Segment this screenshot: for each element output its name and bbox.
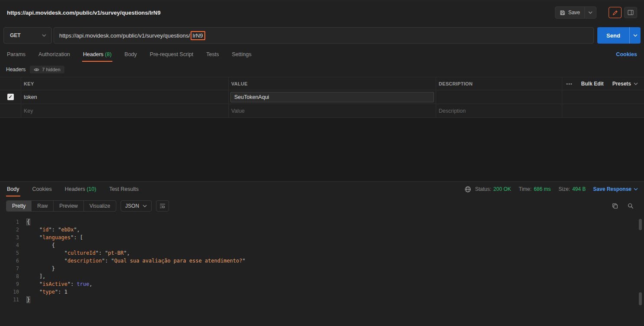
code-line: 9 "isActive": true, [0,280,644,288]
request-tab-pre-request-script[interactable]: Pre-request Script [149,47,194,62]
code-text: { [25,218,30,226]
presets-dropdown[interactable]: Presets [612,81,638,87]
scrollbar-thumb[interactable] [639,292,642,305]
code-text: ], [25,272,45,280]
code-text: "description": "Qual sua avaliação para … [25,257,245,265]
line-number: 1 [0,218,25,226]
view-tab-raw[interactable]: Raw [31,201,53,211]
request-builder: GET https://api.movidesk.com/public/v1/s… [0,24,644,47]
status-label: Status: [475,186,491,192]
tab-label: Headers [83,51,103,57]
description-placeholder[interactable]: Description [436,104,562,117]
chevron-down-icon [634,82,638,85]
save-button-group: Save [555,6,596,19]
response-tab-list: BodyCookiesHeaders (10)Test Results [6,182,151,196]
response-action-icons [612,203,638,209]
tab-label: Body [7,186,19,192]
pencil-icon [612,10,618,16]
response-panel: BodyCookiesHeaders (10)Test Results Stat… [0,181,644,326]
view-tab-preview[interactable]: Preview [53,201,83,211]
method-select[interactable]: GET [3,27,52,44]
size-label: Size: [558,186,570,192]
bulk-edit-button[interactable]: Bulk Edit [581,81,604,87]
line-number: 8 [0,272,25,280]
save-button-label: Save [568,9,580,16]
code-line: 10 "type": 1 [0,288,644,296]
column-header-description: DESCRIPTION [436,77,562,90]
request-tab-body[interactable]: Body [124,47,138,62]
format-select[interactable]: JSON [121,200,152,212]
request-tab-authorization[interactable]: Authorization [38,47,71,62]
scrollbar-thumb[interactable] [639,219,642,230]
tab-label: Params [7,51,26,57]
code-line: 4 { [0,241,644,249]
line-number: 2 [0,226,25,234]
copy-icon[interactable] [612,203,618,209]
response-tab-test-results[interactable]: Test Results [108,182,140,196]
view-tab-visualize[interactable]: Visualize [83,201,116,211]
row-checkbox[interactable]: ✓ [7,94,14,100]
line-number: 11 [0,296,25,304]
view-tab-pretty[interactable]: Pretty [6,201,31,211]
code-line: 2 "id": "ebDx", [0,226,644,234]
time-value: 686 ms [534,186,551,192]
code-text: } [25,296,30,304]
status-value: 200 OK [494,186,511,192]
eye-icon [34,68,39,72]
code-text: "cultureId": "pt-BR", [25,249,130,257]
edit-documentation-button[interactable] [609,7,622,18]
line-number: 10 [0,288,25,296]
response-status-bar: Status: 200 OK Time: 686 ms Size: 494 B … [465,186,644,193]
description-cell[interactable] [436,90,562,104]
comments-panel-icon[interactable] [624,7,637,18]
save-response-label: Save Response [593,186,631,192]
url-text: https://api.movidesk.com/public/v1/surve… [59,32,190,39]
headers-table-header: KEY VALUE DESCRIPTION ••• Bulk Edit Pres… [0,77,644,90]
network-globe-icon[interactable] [465,186,471,193]
url-input[interactable]: https://api.movidesk.com/public/v1/surve… [54,27,594,44]
code-line: 8 ], [0,272,644,280]
request-tab-settings[interactable]: Settings [231,47,252,62]
tab-label: Headers [65,186,85,192]
save-options-dropdown[interactable] [584,7,596,18]
wrap-text-button[interactable] [156,200,169,212]
value-placeholder[interactable]: Value [228,104,436,117]
response-tab-cookies[interactable]: Cookies [32,182,53,196]
row-controls [562,90,644,104]
send-button[interactable]: Send [597,27,629,44]
code-line: 3 "languages": [ [0,234,644,241]
response-tab-body[interactable]: Body [6,182,20,196]
code-line: 6 "description": "Qual sua avaliação par… [0,257,644,265]
wrap-text-icon [159,203,166,209]
send-options-dropdown[interactable] [629,27,641,44]
request-panel: https://api.movidesk.com/public/v1/surve… [0,1,644,118]
save-button[interactable]: Save [555,7,584,18]
key-cell[interactable]: token [21,90,228,104]
view-mode-switcher: PrettyRawPreviewVisualize [6,200,116,212]
tab-label: Authorization [38,51,70,57]
method-value: GET [10,32,21,38]
cookies-link[interactable]: Cookies [616,51,644,57]
code-text: "languages": [ [25,234,83,241]
request-tab-params[interactable]: Params [6,47,26,62]
code-line: 5 "cultureId": "pt-BR", [0,249,644,257]
key-placeholder[interactable]: Key [21,104,228,117]
tab-label: Test Results [109,186,139,192]
response-tab-headers[interactable]: Headers (10) [64,182,97,196]
request-title: https://api.movidesk.com/public/v1/surve… [7,9,555,16]
tab-label: Pre-request Script [150,51,194,57]
request-tab-headers[interactable]: Headers (8) [82,47,112,62]
more-options-icon[interactable]: ••• [566,81,573,86]
response-body-editor[interactable]: 1{2 "id": "ebDx",3 "languages": [4 {5 "c… [0,215,644,326]
request-tab-tests[interactable]: Tests [205,47,220,62]
save-icon [560,10,565,16]
value-input[interactable]: SeuTokenAqui [230,92,434,102]
code-line: 7 } [0,265,644,272]
search-icon[interactable] [628,203,634,209]
save-response-dropdown[interactable]: Save Response [593,186,638,192]
line-number: 4 [0,241,25,249]
hidden-headers-label: 7 hidden [42,67,60,72]
line-number: 5 [0,249,25,257]
hidden-headers-toggle[interactable]: 7 hidden [30,66,64,73]
tab-label: Settings [232,51,251,57]
